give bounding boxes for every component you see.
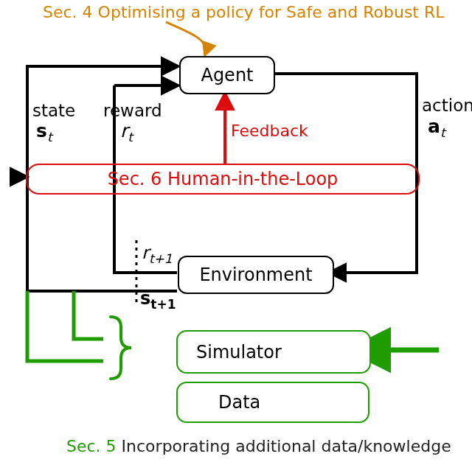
simulator-label: Simulator (196, 342, 282, 363)
action-sym: at (428, 116, 445, 141)
reward-sym: rt (120, 121, 133, 145)
title-sec: Sec. 4 (43, 3, 93, 21)
reward-label: reward (103, 101, 162, 120)
bottom-caption: Sec. 5 Incorporating additional data/kno… (66, 437, 451, 455)
agent-label: Agent (201, 65, 253, 85)
hitl-box: Sec. 6 Human-in-the-Loop (26, 164, 420, 195)
hitl-sec: Sec. 6 (108, 169, 162, 189)
action-sub: t (440, 125, 445, 140)
reward-r: r (120, 120, 128, 141)
stplus: st+1 (140, 289, 176, 312)
bottom-text: Incorporating additional data/knowledge (122, 437, 451, 455)
action-a: a (428, 116, 440, 137)
reward-word: reward (103, 101, 162, 120)
simulator-box: Simulator (176, 330, 371, 374)
data-box: Data (176, 382, 369, 423)
title: Sec. 4 Optimising a policy for Safe and … (43, 3, 445, 21)
state-word: state (32, 101, 75, 120)
environment-label: Environment (199, 265, 312, 285)
action-label: action (422, 96, 472, 115)
data-label: Data (218, 392, 260, 413)
state-s: s (36, 120, 47, 141)
bottom-sec: Sec. 5 (66, 437, 117, 455)
action-word: action (422, 96, 472, 115)
state-label: state (32, 101, 75, 120)
feedback-label: Feedback (231, 122, 308, 140)
agent-box: Agent (179, 56, 275, 94)
environment-box: Environment (178, 256, 334, 294)
hitl-text: Human-in-the-Loop (167, 169, 338, 189)
state-sub: t (47, 130, 52, 144)
rtplus: rt+1 (142, 243, 173, 266)
title-text: Optimising a policy for Safe and Robust … (98, 3, 445, 21)
state-sym: st (36, 121, 52, 145)
reward-sub: t (128, 130, 133, 144)
